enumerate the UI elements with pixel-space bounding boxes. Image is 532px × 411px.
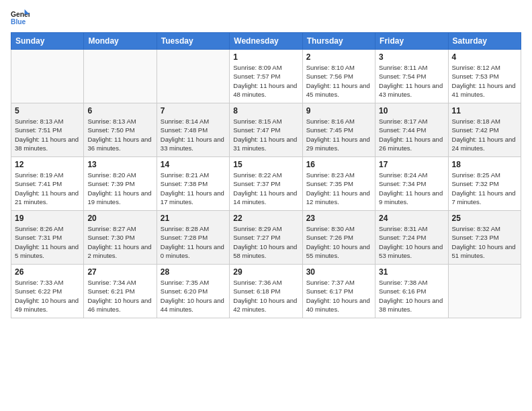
weekday-header: Friday [375,33,448,50]
day-info: Sunrise: 8:20 AM Sunset: 7:39 PM Dayligh… [87,171,152,206]
day-number: 15 [233,160,298,169]
day-info: Sunrise: 8:19 AM Sunset: 7:41 PM Dayligh… [15,171,80,206]
day-info: Sunrise: 8:28 AM Sunset: 7:28 PM Dayligh… [161,224,226,260]
day-info: Sunrise: 7:35 AM Sunset: 6:20 PM Dayligh… [161,278,226,314]
day-info: Sunrise: 7:36 AM Sunset: 6:18 PM Dayligh… [233,278,298,314]
day-info: Sunrise: 8:16 AM Sunset: 7:45 PM Dayligh… [306,117,371,152]
day-info: Sunrise: 8:29 AM Sunset: 7:27 PM Dayligh… [233,224,298,260]
day-number: 6 [87,106,152,116]
day-info: Sunrise: 8:21 AM Sunset: 7:38 PM Dayligh… [161,171,226,206]
calendar-cell: 12Sunrise: 8:19 AM Sunset: 7:41 PM Dayli… [11,157,84,211]
day-number: 5 [15,106,80,116]
day-number: 25 [452,214,517,223]
calendar-cell: 14Sunrise: 8:21 AM Sunset: 7:38 PM Dayli… [157,157,229,211]
calendar-cell: 7Sunrise: 8:14 AM Sunset: 7:48 PM Daylig… [157,103,229,157]
calendar-cell: 15Sunrise: 8:22 AM Sunset: 7:37 PM Dayli… [230,157,302,211]
calendar-cell: 29Sunrise: 7:36 AM Sunset: 6:18 PM Dayli… [230,265,302,318]
day-number: 3 [379,52,444,62]
calendar: SundayMondayTuesdayWednesdayThursdayFrid… [11,32,521,318]
day-info: Sunrise: 8:24 AM Sunset: 7:34 PM Dayligh… [379,171,444,206]
day-info: Sunrise: 8:17 AM Sunset: 7:44 PM Dayligh… [379,117,444,152]
day-number: 20 [87,214,152,223]
day-info: Sunrise: 8:12 AM Sunset: 7:53 PM Dayligh… [452,63,517,99]
calendar-cell: 28Sunrise: 7:35 AM Sunset: 6:20 PM Dayli… [157,265,229,318]
day-info: Sunrise: 8:14 AM Sunset: 7:48 PM Dayligh… [161,117,226,152]
day-info: Sunrise: 8:27 AM Sunset: 7:30 PM Dayligh… [87,224,152,260]
page: General Blue SundayMondayTuesdayWednesda… [0,0,532,411]
weekday-header: Tuesday [157,33,229,50]
day-number: 22 [233,214,298,223]
weekday-header: Thursday [302,33,375,50]
day-number: 10 [379,106,444,116]
day-info: Sunrise: 8:22 AM Sunset: 7:37 PM Dayligh… [233,171,298,206]
header: General Blue [11,8,521,27]
calendar-cell: 13Sunrise: 8:20 AM Sunset: 7:39 PM Dayli… [84,157,157,211]
day-number: 14 [161,160,226,169]
day-number: 28 [161,267,226,277]
calendar-cell: 8Sunrise: 8:15 AM Sunset: 7:47 PM Daylig… [230,103,302,157]
day-number: 16 [306,160,371,169]
day-info: Sunrise: 8:13 AM Sunset: 7:50 PM Dayligh… [87,117,152,152]
day-number: 12 [15,160,80,169]
day-number: 30 [306,267,371,277]
calendar-week-row: 26Sunrise: 7:33 AM Sunset: 6:22 PM Dayli… [11,265,521,318]
day-info: Sunrise: 8:18 AM Sunset: 7:42 PM Dayligh… [452,117,517,152]
day-number: 24 [379,214,444,223]
day-number: 4 [452,52,517,62]
calendar-header: SundayMondayTuesdayWednesdayThursdayFrid… [11,33,521,50]
day-info: Sunrise: 8:10 AM Sunset: 7:56 PM Dayligh… [306,63,371,99]
calendar-cell: 21Sunrise: 8:28 AM Sunset: 7:28 PM Dayli… [157,211,229,265]
calendar-week-row: 1Sunrise: 8:09 AM Sunset: 7:57 PM Daylig… [11,50,521,103]
calendar-cell [448,265,521,318]
calendar-cell: 2Sunrise: 8:10 AM Sunset: 7:56 PM Daylig… [302,50,375,103]
day-number: 26 [15,267,80,277]
logo-icon: General Blue [11,8,30,27]
day-info: Sunrise: 8:23 AM Sunset: 7:35 PM Dayligh… [306,171,371,206]
day-info: Sunrise: 7:34 AM Sunset: 6:21 PM Dayligh… [87,278,152,314]
day-info: Sunrise: 8:31 AM Sunset: 7:24 PM Dayligh… [379,224,444,260]
calendar-cell [157,50,229,103]
day-number: 1 [233,52,298,62]
day-info: Sunrise: 7:37 AM Sunset: 6:17 PM Dayligh… [306,278,371,314]
calendar-cell: 11Sunrise: 8:18 AM Sunset: 7:42 PM Dayli… [448,103,521,157]
day-info: Sunrise: 7:33 AM Sunset: 6:22 PM Dayligh… [15,278,80,314]
calendar-cell: 27Sunrise: 7:34 AM Sunset: 6:21 PM Dayli… [84,265,157,318]
day-number: 23 [306,214,371,223]
day-info: Sunrise: 8:32 AM Sunset: 7:23 PM Dayligh… [452,224,517,260]
day-number: 8 [233,106,298,116]
day-number: 17 [379,160,444,169]
calendar-cell: 3Sunrise: 8:11 AM Sunset: 7:54 PM Daylig… [375,50,448,103]
day-number: 19 [15,214,80,223]
day-info: Sunrise: 8:30 AM Sunset: 7:26 PM Dayligh… [306,224,371,260]
calendar-cell: 22Sunrise: 8:29 AM Sunset: 7:27 PM Dayli… [230,211,302,265]
calendar-cell: 10Sunrise: 8:17 AM Sunset: 7:44 PM Dayli… [375,103,448,157]
day-number: 11 [452,106,517,116]
day-info: Sunrise: 8:25 AM Sunset: 7:32 PM Dayligh… [452,171,517,206]
day-number: 31 [379,267,444,277]
weekday-header: Saturday [448,33,521,50]
calendar-cell [11,50,84,103]
calendar-cell: 31Sunrise: 7:38 AM Sunset: 6:16 PM Dayli… [375,265,448,318]
day-number: 13 [87,160,152,169]
calendar-cell: 24Sunrise: 8:31 AM Sunset: 7:24 PM Dayli… [375,211,448,265]
day-info: Sunrise: 8:09 AM Sunset: 7:57 PM Dayligh… [233,63,298,99]
calendar-cell: 5Sunrise: 8:13 AM Sunset: 7:51 PM Daylig… [11,103,84,157]
calendar-cell: 25Sunrise: 8:32 AM Sunset: 7:23 PM Dayli… [448,211,521,265]
calendar-week-row: 5Sunrise: 8:13 AM Sunset: 7:51 PM Daylig… [11,103,521,157]
day-number: 27 [87,267,152,277]
day-info: Sunrise: 8:11 AM Sunset: 7:54 PM Dayligh… [379,63,444,99]
calendar-week-row: 12Sunrise: 8:19 AM Sunset: 7:41 PM Dayli… [11,157,521,211]
day-number: 9 [306,106,371,116]
calendar-cell: 9Sunrise: 8:16 AM Sunset: 7:45 PM Daylig… [302,103,375,157]
day-number: 2 [306,52,371,62]
weekday-row: SundayMondayTuesdayWednesdayThursdayFrid… [11,33,521,50]
day-info: Sunrise: 8:26 AM Sunset: 7:31 PM Dayligh… [15,224,80,260]
calendar-week-row: 19Sunrise: 8:26 AM Sunset: 7:31 PM Dayli… [11,211,521,265]
calendar-cell [84,50,157,103]
day-number: 7 [161,106,226,116]
day-number: 29 [233,267,298,277]
calendar-cell: 1Sunrise: 8:09 AM Sunset: 7:57 PM Daylig… [230,50,302,103]
logo: General Blue [11,8,32,27]
day-info: Sunrise: 7:38 AM Sunset: 6:16 PM Dayligh… [379,278,444,314]
weekday-header: Sunday [11,33,84,50]
